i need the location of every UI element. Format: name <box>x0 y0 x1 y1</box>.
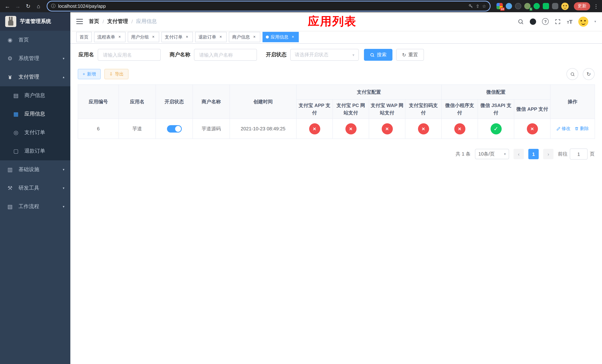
tab-应用信息[interactable]: 应用信息× <box>262 32 299 42</box>
close-icon[interactable]: × <box>218 34 223 40</box>
extension-dark-icon[interactable] <box>515 3 521 9</box>
download-icon: ⇩ <box>109 72 113 77</box>
sidebar-item-workflow[interactable]: ▧ 工作流程 ▾ <box>0 197 70 216</box>
key-icon[interactable] <box>468 4 473 9</box>
extension-blue-icon[interactable] <box>506 3 512 9</box>
close-icon[interactable]: × <box>117 34 122 40</box>
breadcrumb-section[interactable]: 支付管理 <box>107 18 128 25</box>
share-icon[interactable]: ⇧ <box>476 3 479 9</box>
app-logo-row[interactable]: 芋道管理系统 <box>0 12 70 31</box>
extension-green-circle-icon[interactable] <box>534 3 540 9</box>
delete-link[interactable]: 删除 <box>575 126 589 132</box>
edit-link[interactable]: 修改 <box>556 126 570 132</box>
app-name-label: 应用名 <box>78 52 94 58</box>
chevron-down-icon: ▾ <box>63 57 64 60</box>
top-navbar: 首页 / 支付管理 / 应用信息 应用列表 ? TT ▾ <box>70 12 602 31</box>
github-icon[interactable] <box>530 18 536 25</box>
trash-icon <box>575 127 579 131</box>
url-text[interactable]: localhost:1024/pay/app <box>58 3 466 9</box>
delete-link-label: 删除 <box>580 126 589 132</box>
tab-支付订单[interactable]: 支付订单× <box>161 32 193 42</box>
page-size-select[interactable]: 10条/页 ▾ <box>475 149 509 159</box>
sidebar-item-infra[interactable]: ▥ 基础设施 ▾ <box>0 160 70 179</box>
search-button[interactable]: 搜索 <box>364 49 392 61</box>
cell-actions: 修改 删除 <box>550 119 595 139</box>
back-icon[interactable]: ← <box>3 2 12 11</box>
sidebar-item-refund-order[interactable]: ▢ 退款订单 <box>0 142 70 160</box>
chrome-update-button[interactable]: 更新 <box>574 2 590 10</box>
next-page-button[interactable]: › <box>543 149 553 159</box>
chevron-down-icon: ▾ <box>504 152 506 156</box>
extension-badge: 10 <box>500 7 505 11</box>
breadcrumb-home[interactable]: 首页 <box>89 18 99 25</box>
sidebar-item-label: 商户信息 <box>24 92 45 99</box>
sidebar-item-system[interactable]: ⚙ 系统管理 ▾ <box>0 49 70 68</box>
pay-submenu: ▤ 商户信息 ▦ 应用信息 ◎ 支付订单 ▢ 退款订单 <box>0 86 70 160</box>
search-icon <box>570 72 575 76</box>
extension-green-square-icon[interactable] <box>543 3 549 9</box>
extension-grid-icon[interactable]: 10 <box>496 3 503 9</box>
tab-首页[interactable]: 首页 <box>76 32 92 42</box>
cell-created: 2021-10-23 08:49:25 <box>230 119 296 139</box>
tab-商户信息[interactable]: 商户信息× <box>229 32 260 42</box>
avatar-caret-icon[interactable]: ▾ <box>594 20 596 23</box>
user-avatar[interactable] <box>579 16 589 26</box>
sidebar-item-pay-order[interactable]: ◎ 支付订单 <box>0 123 70 142</box>
help-icon[interactable]: ? <box>542 18 549 25</box>
sidebar-item-home[interactable]: ◉ 首页 <box>0 31 70 49</box>
sidebar-item-label: 基础设施 <box>19 166 39 173</box>
goto-page: 前往 页 <box>558 149 595 160</box>
goto-page-input[interactable] <box>570 149 588 160</box>
browser-chrome: ← → ↻ ⌂ ⓘ localhost:1024/pay/app ⇧ ☆ 10 … <box>0 0 602 12</box>
col-alipay-app: 支付宝 APP 支付 <box>296 99 333 119</box>
hamburger-icon[interactable] <box>76 19 83 24</box>
home-icon[interactable]: ⌂ <box>34 2 43 11</box>
font-size-icon[interactable]: TT <box>567 19 573 24</box>
close-icon[interactable]: × <box>184 34 190 40</box>
chevron-down-icon: ▾ <box>63 186 64 190</box>
fullscreen-icon[interactable] <box>555 18 561 25</box>
add-button[interactable]: + 新增 <box>78 69 101 79</box>
refresh-button[interactable]: ↻ <box>583 68 595 80</box>
reset-button[interactable]: ↻ 重置 <box>396 49 424 61</box>
page-title-annotation: 应用列表 <box>308 14 357 29</box>
close-icon[interactable]: × <box>151 34 156 40</box>
app-grid-icon: ▦ <box>12 111 20 117</box>
toggle-search-button[interactable] <box>567 68 578 80</box>
status-switch[interactable] <box>167 125 182 132</box>
app-name-input[interactable] <box>102 52 156 58</box>
close-icon[interactable]: × <box>290 34 295 40</box>
sidebar-item-label: 支付管理 <box>19 74 39 80</box>
close-icon[interactable]: × <box>252 34 257 40</box>
tab-流程表单[interactable]: 流程表单× <box>94 32 126 42</box>
chevron-down-icon: ▾ <box>63 168 64 171</box>
refund-doc-icon: ▢ <box>12 148 20 154</box>
browser-menu-icon[interactable]: ⋮ <box>593 3 599 9</box>
tab-用户分组[interactable]: 用户分组× <box>128 32 159 42</box>
site-info-icon[interactable]: ⓘ <box>51 3 55 9</box>
status-select[interactable]: 请选择开启状态 ▾ <box>290 49 359 61</box>
edit-pencil-icon <box>556 127 560 131</box>
sidebar-item-pay[interactable]: ¥ 支付管理 ▴ <box>0 68 70 86</box>
address-bar[interactable]: ⓘ localhost:1024/pay/app ⇧ ☆ <box>47 1 491 11</box>
sidebar-item-merchant-info[interactable]: ▤ 商户信息 <box>0 86 70 105</box>
extensions-puzzle-icon[interactable] <box>552 3 558 9</box>
sidebar-item-app-info[interactable]: ▦ 应用信息 <box>0 105 70 123</box>
merchant-name-input[interactable] <box>198 52 252 58</box>
active-dot-icon <box>266 36 269 39</box>
config-status-icon: × <box>382 123 393 134</box>
page-number-button[interactable]: 1 <box>528 149 539 159</box>
reset-button-label: 重置 <box>408 52 418 58</box>
extension-avatar-icon[interactable]: 1 <box>524 3 531 9</box>
browser-profile-avatar[interactable] <box>561 2 569 10</box>
tab-退款订单[interactable]: 退款订单× <box>195 32 226 42</box>
breadcrumb-separator: / <box>103 19 104 24</box>
sidebar-item-devtools[interactable]: ⚒ 研发工具 ▾ <box>0 179 70 197</box>
search-icon[interactable] <box>517 18 524 25</box>
prev-page-button[interactable]: ‹ <box>514 149 524 159</box>
forward-icon[interactable]: → <box>13 2 22 11</box>
bookmark-star-icon[interactable]: ☆ <box>482 3 486 9</box>
export-button[interactable]: ⇩ 导出 <box>104 69 129 79</box>
table-toolbar: + 新增 ⇩ 导出 ↻ <box>78 68 595 80</box>
reload-icon[interactable]: ↻ <box>24 2 32 11</box>
